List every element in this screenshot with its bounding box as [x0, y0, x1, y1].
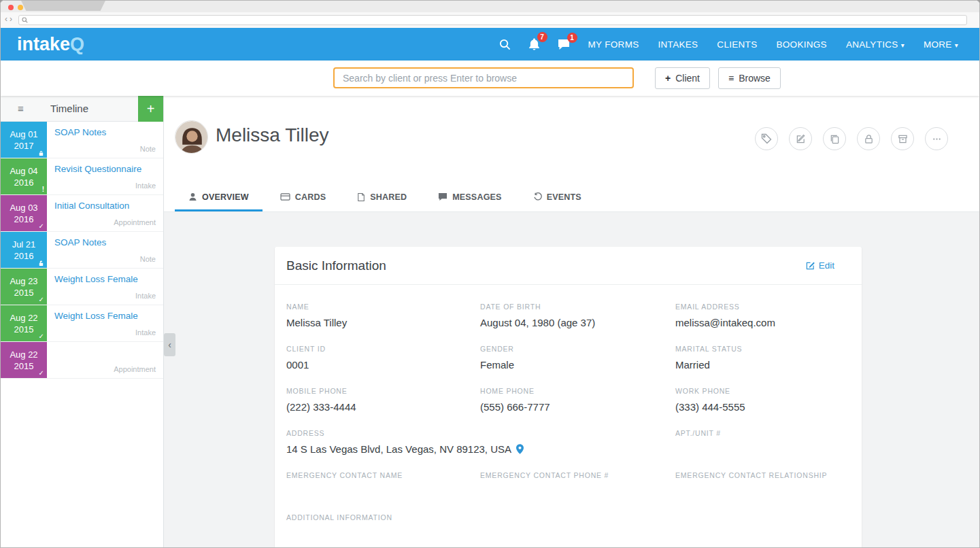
- intakeq-logo[interactable]: intakeQ: [17, 34, 84, 55]
- nav-more[interactable]: MORE▾: [914, 39, 968, 50]
- search-icon: [499, 39, 511, 50]
- check-icon: ✓: [39, 370, 44, 377]
- chat-icon: [438, 192, 447, 201]
- tab-events[interactable]: EVENTS: [520, 184, 595, 211]
- timeline-item-title: Initial Consultation: [54, 201, 156, 211]
- message-badge: 1: [567, 33, 577, 43]
- field-gender: GENDER Female: [480, 345, 675, 371]
- more-button[interactable]: [925, 127, 948, 150]
- field-home-phone: HOME PHONE (555) 666-7777: [480, 387, 675, 413]
- search-icon: [22, 17, 28, 23]
- lock-icon: [38, 150, 44, 156]
- check-icon: ✓: [39, 296, 44, 303]
- lock-icon: [864, 134, 874, 144]
- back-icon[interactable]: ‹: [5, 14, 10, 24]
- field-work-phone: WORK PHONE (333) 444-5555: [675, 387, 850, 413]
- minimize-window-button[interactable]: [18, 5, 23, 10]
- lock-button[interactable]: [857, 127, 880, 150]
- browser-nav-buttons[interactable]: ‹›: [5, 14, 14, 24]
- client-search-input[interactable]: [333, 67, 634, 88]
- browser-chrome: ‹›: [1, 1, 979, 28]
- basic-info-fields: NAME Melissa Tilley DATE OF BIRTH August…: [275, 285, 862, 547]
- close-window-button[interactable]: [8, 5, 14, 10]
- chevron-left-icon: ‹: [168, 339, 171, 350]
- timeline-item-title: SOAP Notes: [54, 127, 156, 137]
- field-emergency-contact-name: EMERGENCY CONTACT NAME: [286, 471, 480, 498]
- timeline-item[interactable]: Aug 03 2016 ✓ Initial Consultation Appoi…: [1, 195, 163, 232]
- tab-cards[interactable]: CARDS: [267, 184, 339, 211]
- document-icon: [357, 192, 365, 202]
- edit-button[interactable]: [789, 127, 812, 150]
- nav-bookings[interactable]: BOOKINGS: [766, 39, 836, 50]
- add-client-button[interactable]: + Client: [655, 67, 710, 89]
- browser-tab[interactable]: [21, 1, 105, 11]
- timeline-item[interactable]: Aug 22 2015 ✓ Appointment: [1, 342, 163, 379]
- tag-button[interactable]: [755, 127, 778, 150]
- edit-icon: [796, 134, 806, 144]
- client-tabs: OVERVIEW CARDS SHARED MESSAGES EVENTS: [164, 184, 979, 212]
- messages-button[interactable]: 1: [549, 39, 579, 50]
- overview-content: Basic Information Edit NAME Melissa Till…: [164, 212, 979, 547]
- client-panel: ‹ Melissa Tilley: [164, 96, 979, 547]
- timeline-date-block: Aug 03 2016 ✓: [1, 195, 47, 231]
- list-icon: ≡: [728, 73, 734, 84]
- app-header: intakeQ 7 1 MY FORMS INTAKES CLIENTS BOO…: [1, 28, 979, 61]
- browser-window: ‹› intakeQ 7 1 MY FORMS INTAKES CLIENTS …: [0, 0, 980, 548]
- browse-button[interactable]: ≡ Browse: [718, 67, 781, 89]
- timeline-item-title: Weight Loss Female: [54, 311, 156, 321]
- collapse-sidebar-button[interactable]: ‹: [164, 333, 175, 356]
- timeline-item[interactable]: Aug 01 2017 SOAP Notes Note: [1, 122, 163, 158]
- field-apt-unit: APT./UNIT #: [675, 429, 850, 456]
- notifications-button[interactable]: 7: [520, 38, 549, 50]
- field-emergency-contact-phone: EMERGENCY CONTACT PHONE #: [480, 471, 675, 498]
- plus-icon: +: [665, 73, 671, 84]
- timeline-item-title: Weight Loss Female: [54, 274, 156, 284]
- timeline-item[interactable]: Aug 04 2016 ! Revisit Questionnaire Inta…: [1, 158, 163, 195]
- caret-down-icon: ▾: [901, 41, 905, 49]
- tab-overview[interactable]: OVERVIEW: [175, 184, 263, 211]
- plus-icon: +: [147, 101, 155, 117]
- field-client-id: CLIENT ID 0001: [286, 345, 480, 371]
- header-nav: 7 1 MY FORMS INTAKES CLIENTS BOOKINGS AN…: [490, 38, 968, 50]
- nav-clients[interactable]: CLIENTS: [707, 39, 766, 50]
- nav-intakes[interactable]: INTAKES: [648, 39, 707, 50]
- timeline-item-type: Note: [140, 255, 156, 263]
- add-timeline-entry-button[interactable]: +: [138, 96, 163, 122]
- timeline-header: ≡ Timeline +: [1, 96, 163, 122]
- timeline-item-title: SOAP Notes: [54, 237, 156, 247]
- card-header: Basic Information Edit: [275, 247, 862, 285]
- card-icon: [280, 192, 290, 201]
- timeline-date-block: Aug 22 2015 ✓: [1, 305, 47, 341]
- timeline-item[interactable]: Aug 23 2015 ✓ Weight Loss Female Intake: [1, 269, 163, 305]
- client-toolbar: + Client ≡ Browse: [1, 61, 979, 96]
- header-search-button[interactable]: [490, 39, 520, 50]
- caret-down-icon: ▾: [955, 41, 958, 49]
- tab-shared[interactable]: SHARED: [343, 184, 420, 211]
- timeline-date-block: Aug 23 2015 ✓: [1, 269, 47, 305]
- timeline-date-block: Aug 01 2017: [1, 122, 47, 158]
- timeline-sidebar: ≡ Timeline + Aug 01 2017 SOAP Notes Note…: [1, 96, 164, 547]
- copy-button[interactable]: [823, 127, 846, 150]
- timeline-item[interactable]: Aug 22 2015 ✓ Weight Loss Female Intake: [1, 305, 163, 342]
- history-icon: [533, 192, 542, 201]
- tab-messages[interactable]: MESSAGES: [424, 184, 515, 211]
- exclamation-icon: !: [42, 186, 44, 193]
- timeline-item-type: Intake: [135, 328, 156, 337]
- field-address: ADDRESS 14 S Las Vegas Blvd, Las Vegas, …: [286, 429, 675, 456]
- archive-button[interactable]: [891, 127, 914, 150]
- field-email-address: EMAIL ADDRESS melissa@intakeq.com: [675, 303, 850, 329]
- tag-icon: [761, 133, 772, 144]
- timeline-date-block: Aug 22 2015 ✓: [1, 342, 47, 378]
- url-bar[interactable]: [18, 15, 967, 25]
- map-pin-icon[interactable]: [516, 444, 524, 454]
- timeline-item-type: Intake: [135, 182, 156, 190]
- app-body: ≡ Timeline + Aug 01 2017 SOAP Notes Note…: [1, 96, 979, 547]
- forward-icon[interactable]: ›: [10, 14, 14, 24]
- field-name: NAME Melissa Tilley: [286, 303, 480, 329]
- timeline-item-type: Appointment: [114, 218, 156, 226]
- nav-analytics[interactable]: ANALYTICS▾: [837, 39, 914, 50]
- archive-icon: [898, 134, 908, 144]
- timeline-item[interactable]: Jul 21 2016 SOAP Notes Note: [1, 232, 163, 269]
- nav-my-forms[interactable]: MY FORMS: [579, 39, 649, 50]
- edit-basic-info-button[interactable]: Edit: [806, 260, 834, 271]
